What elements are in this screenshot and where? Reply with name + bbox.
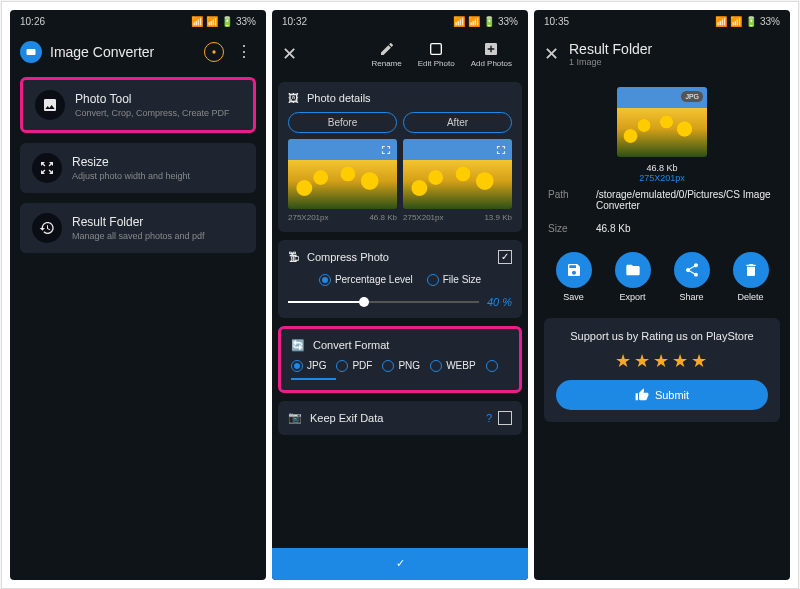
close-button[interactable]: ✕ (544, 43, 559, 65)
exif-icon: 📷 (288, 411, 302, 424)
format-png[interactable]: PNG (382, 360, 420, 372)
card-subtitle: Adjust photo width and height (72, 171, 244, 181)
support-text: Support us by Rating us on PlayStore (556, 330, 768, 342)
before-tab[interactable]: Before (288, 112, 397, 133)
card-title: Resize (72, 155, 244, 169)
save-button[interactable]: Save (556, 252, 592, 302)
card-subtitle: Manage all saved photos and pdf (72, 231, 244, 241)
convert-icon: 🔄 (291, 339, 305, 352)
result-size: 46.8 Kb (544, 163, 780, 173)
clock: 10:26 (20, 16, 45, 27)
svg-rect-0 (27, 49, 36, 55)
premium-icon[interactable] (204, 42, 224, 62)
format-more[interactable] (486, 360, 498, 372)
thumbs-up-icon (635, 388, 649, 402)
page-subtitle: 1 Image (569, 57, 652, 67)
status-bar: 10:35 📶 📶 🔋33% (534, 10, 790, 33)
share-button[interactable]: Share (674, 252, 710, 302)
format-webp[interactable]: WEBP (430, 360, 475, 372)
app-header: Image Converter ⋮ (10, 33, 266, 71)
compress-icon: 🗜 (288, 251, 299, 263)
percentage-radio[interactable]: Percentage Level (319, 274, 413, 286)
delete-button[interactable]: Delete (733, 252, 769, 302)
card-title: Result Folder (72, 215, 244, 229)
confirm-button[interactable]: ✓ (272, 548, 528, 580)
resize-icon (32, 153, 62, 183)
export-button[interactable]: Export (615, 252, 651, 302)
size-row: Size 46.8 Kb (544, 217, 780, 240)
photo-details-section: 🖼Photo details Before After 275X201px46.… (278, 82, 522, 232)
screen-editor: 10:32 📶 📶 🔋33% ✕ Rename Edit Photo Add P… (272, 10, 528, 580)
svg-rect-2 (431, 43, 442, 54)
page-title: Result Folder (569, 41, 652, 57)
add-photos-button[interactable]: Add Photos (465, 39, 518, 70)
convert-format-section: 🔄Convert Format JPG PDF PNG WEBP (278, 326, 522, 393)
close-button[interactable]: ✕ (282, 43, 297, 65)
format-jpg[interactable]: JPG (291, 360, 326, 372)
format-badge: JPG (681, 91, 703, 102)
edit-photo-button[interactable]: Edit Photo (412, 39, 461, 70)
path-row: Path /storage/emulated/0/Pictures/CS Ima… (544, 183, 780, 217)
after-thumbnail[interactable] (403, 139, 512, 209)
clock: 10:35 (544, 16, 569, 27)
expand-icon[interactable] (379, 143, 393, 157)
app-title: Image Converter (50, 44, 196, 60)
editor-toolbar: ✕ Rename Edit Photo Add Photos (272, 33, 528, 76)
card-resize[interactable]: Resize Adjust photo width and height (20, 143, 256, 193)
card-title: Photo Tool (75, 92, 241, 106)
after-tab[interactable]: After (403, 112, 512, 133)
before-thumbnail[interactable] (288, 139, 397, 209)
format-pdf[interactable]: PDF (336, 360, 372, 372)
exif-checkbox[interactable] (498, 411, 512, 425)
status-bar: 10:26 📶 📶🔋33% (10, 10, 266, 33)
status-icons: 📶 📶🔋33% (191, 16, 256, 27)
screen-result: 10:35 📶 📶 🔋33% ✕ Result Folder 1 Image J… (534, 10, 790, 580)
app-logo-icon (20, 41, 42, 63)
menu-button[interactable]: ⋮ (232, 42, 256, 61)
details-icon: 🖼 (288, 92, 299, 104)
card-result-folder[interactable]: Result Folder Manage all saved photos an… (20, 203, 256, 253)
card-subtitle: Convert, Crop, Compress, Create PDF (75, 108, 241, 118)
support-card: Support us by Rating us on PlayStore ★★★… (544, 318, 780, 422)
screen-home: 10:26 📶 📶🔋33% Image Converter ⋮ Photo To… (10, 10, 266, 580)
result-thumbnail[interactable]: JPG (617, 87, 707, 157)
help-icon[interactable]: ? (486, 412, 492, 424)
compress-section: 🗜Compress Photo Percentage Level File Si… (278, 240, 522, 318)
expand-icon[interactable] (494, 143, 508, 157)
filesize-radio[interactable]: File Size (427, 274, 481, 286)
status-bar: 10:32 📶 📶 🔋33% (272, 10, 528, 33)
compress-checkbox[interactable] (498, 250, 512, 264)
rename-button[interactable]: Rename (365, 39, 407, 70)
result-header: ✕ Result Folder 1 Image (534, 33, 790, 75)
svg-point-1 (212, 50, 215, 53)
clock: 10:32 (282, 16, 307, 27)
result-dimensions: 275X201px (544, 173, 780, 183)
photo-tool-icon (35, 90, 65, 120)
history-icon (32, 213, 62, 243)
battery-icon: 🔋 (221, 16, 233, 27)
compress-slider[interactable] (288, 301, 479, 303)
slider-value: 40 % (487, 296, 512, 308)
rating-stars[interactable]: ★★★★★ (556, 350, 768, 372)
submit-button[interactable]: Submit (556, 380, 768, 410)
card-photo-tool[interactable]: Photo Tool Convert, Crop, Compress, Crea… (20, 77, 256, 133)
exif-section: 📷Keep Exif Data ? (278, 401, 522, 435)
